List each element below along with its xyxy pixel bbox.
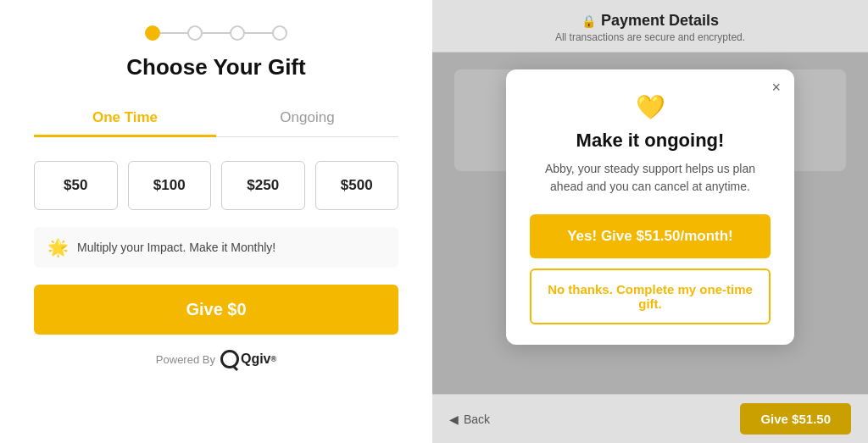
right-panel: 🔒 Payment Details All transactions are s…	[432, 0, 868, 443]
step-1	[145, 25, 160, 41]
step-3	[230, 25, 245, 41]
page-title: Choose Your Gift	[126, 54, 305, 80]
tab-one-time[interactable]: One Time	[34, 101, 216, 137]
modal-close-button[interactable]: ×	[771, 80, 781, 95]
payment-bg: × 💛 Make it ongoing! Abby, your steady s…	[432, 53, 868, 443]
payment-bottom-bar: ◀ Back Give $51.50	[432, 394, 868, 443]
step-2	[187, 25, 203, 41]
step-4	[272, 25, 287, 41]
ongoing-modal: × 💛 Make it ongoing! Abby, your steady s…	[506, 69, 794, 345]
back-label: Back	[464, 413, 490, 426]
give-final-button[interactable]: Give $51.50	[740, 403, 851, 435]
modal-overlay: × 💛 Make it ongoing! Abby, your steady s…	[432, 53, 868, 443]
yes-suffix: /month!	[680, 228, 732, 244]
registered-mark: ®	[271, 355, 277, 363]
powered-by: Powered By Qgiv®	[156, 350, 276, 368]
modal-title: Make it ongoing!	[576, 130, 725, 152]
modal-yes-button[interactable]: Yes! Give $51.50/month!	[530, 214, 771, 258]
payment-header: 🔒 Payment Details All transactions are s…	[432, 0, 868, 53]
amount-250[interactable]: $250	[221, 161, 305, 210]
give-button[interactable]: Give $0	[34, 285, 398, 335]
payment-header-title: 🔒 Payment Details	[449, 12, 851, 30]
payment-title-text: Payment Details	[601, 12, 719, 30]
promo-text: Multiply your Impact. Make it Monthly!	[77, 241, 275, 254]
qgiv-logo: Qgiv®	[220, 350, 276, 368]
qgiv-text: Qgiv	[241, 352, 271, 367]
powered-by-text: Powered By	[156, 353, 215, 366]
frequency-tabs: One Time Ongoing	[34, 101, 398, 137]
give-amount: $0	[227, 300, 246, 318]
give-label: Give	[186, 300, 227, 318]
sun-icon: 🌟	[47, 237, 69, 257]
lock-icon: 🔒	[581, 14, 596, 28]
stepper	[145, 25, 287, 41]
monthly-promo: 🌟 Multiply your Impact. Make it Monthly!	[34, 227, 398, 268]
step-line-3	[245, 32, 272, 34]
heart-icon: 💛	[636, 93, 665, 121]
payment-header-sub: All transactions are secure and encrypte…	[449, 31, 851, 43]
step-line-1	[160, 32, 187, 34]
yes-amount: $51.50	[636, 228, 680, 244]
yes-prefix: Yes! Give	[567, 228, 636, 244]
back-button[interactable]: ◀ Back	[449, 413, 490, 426]
left-panel: Choose Your Gift One Time Ongoing $50 $1…	[0, 0, 432, 443]
tab-ongoing[interactable]: Ongoing	[216, 101, 398, 137]
modal-no-button[interactable]: No thanks. Complete my one-time gift.	[530, 269, 771, 324]
q-icon	[220, 350, 239, 368]
back-arrow-icon: ◀	[449, 413, 459, 426]
amount-grid: $50 $100 $250 $500	[34, 161, 398, 210]
modal-description: Abby, your steady support helps us plan …	[530, 160, 771, 196]
step-line-2	[203, 32, 230, 34]
amount-100[interactable]: $100	[128, 161, 212, 210]
amount-50[interactable]: $50	[34, 161, 118, 210]
amount-500[interactable]: $500	[315, 161, 399, 210]
